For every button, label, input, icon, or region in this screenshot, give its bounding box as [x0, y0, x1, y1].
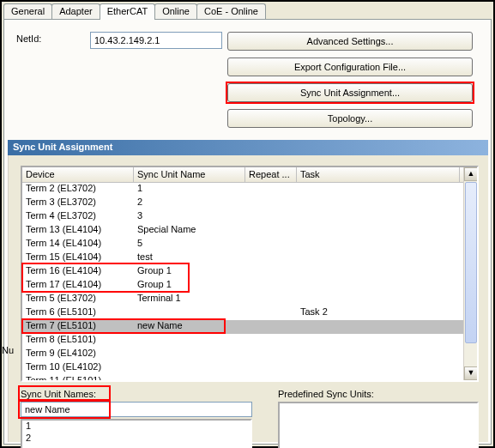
table-row[interactable]: Term 4 (EL3702)3 [22, 210, 477, 224]
sync-unit-name-input[interactable] [21, 402, 252, 417]
table-cell [134, 306, 245, 320]
tab-coe-online[interactable]: CoE - Online [196, 3, 266, 19]
table-cell [245, 306, 297, 320]
table-cell: Term 10 (EL4102) [22, 361, 134, 375]
table-cell [297, 361, 460, 375]
column-header[interactable]: Sync Unit Name [134, 167, 245, 182]
table-row[interactable]: Term 11 (EL5101) [22, 375, 477, 382]
topology-button[interactable]: Topology... [227, 109, 473, 128]
table-cell [297, 238, 460, 251]
sync-unit-assignment-button[interactable]: Sync Unit Assignment... [227, 83, 473, 102]
table-cell: Term 3 (EL3702) [22, 197, 134, 210]
table-row[interactable]: Term 8 (EL5101) [22, 334, 477, 348]
table-cell [245, 279, 297, 293]
table-cell: Term 13 (EL4104) [22, 224, 134, 238]
table-row[interactable]: Term 6 (EL5101)Task 2 [22, 306, 477, 320]
scroll-up-button[interactable]: ▲ [464, 167, 478, 181]
table-cell: Special Name [134, 224, 245, 238]
advanced-settings-button[interactable]: Advanced Settings... [227, 32, 473, 51]
table-cell: Term 7 (EL5101) [22, 320, 134, 334]
column-header[interactable]: Repeat ... [245, 167, 297, 182]
table-cell [297, 348, 460, 361]
table-cell: Term 8 (EL5101) [22, 334, 134, 348]
table-cell: new Name [134, 320, 245, 334]
table-cell: Term 16 (EL4104) [22, 265, 134, 279]
list-item[interactable]: 2 [22, 433, 251, 445]
device-table[interactable]: DeviceSync Unit NameRepeat ...Task Term … [21, 166, 479, 382]
table-cell: Term 11 (EL5101) [22, 375, 134, 382]
table-cell [245, 183, 297, 197]
table-cell [245, 265, 297, 279]
table-cell [245, 348, 297, 361]
table-cell [297, 265, 460, 279]
table-cell [245, 238, 297, 251]
column-header[interactable]: Task [297, 167, 460, 182]
tab-online[interactable]: Online [154, 3, 197, 19]
sync-unit-names-list[interactable]: 12 [21, 419, 252, 448]
table-cell [297, 334, 460, 348]
table-row[interactable]: Term 5 (EL3702)Terminal 1 [22, 293, 477, 306]
table-cell [297, 320, 460, 334]
table-row[interactable]: Term 17 (EL4104)Group 1 [22, 279, 477, 293]
table-cell [297, 210, 460, 224]
table-cell [297, 183, 460, 197]
predefined-sync-units-label: Predefined Sync Units: [278, 389, 374, 399]
gutter-text: Nu [2, 345, 14, 355]
scroll-thumb[interactable] [465, 182, 477, 343]
table-row[interactable]: Term 10 (EL4102) [22, 361, 477, 375]
table-cell: Term 2 (EL3702) [22, 183, 134, 197]
table-cell [134, 334, 245, 348]
table-cell: Term 15 (EL4104) [22, 251, 134, 265]
table-row[interactable]: Term 13 (EL4104)Special Name [22, 224, 477, 238]
dialog-title: Sync Unit Assignment [8, 140, 488, 155]
table-cell: Term 6 (EL5101) [22, 306, 134, 320]
table-cell [245, 293, 297, 306]
scroll-down-button[interactable]: ▼ [464, 366, 478, 380]
table-cell: Task 2 [297, 306, 460, 320]
table-cell [245, 375, 297, 382]
table-row[interactable]: Term 2 (EL3702)1 [22, 183, 477, 197]
table-cell [134, 348, 245, 361]
table-row[interactable]: Term 15 (EL4104)test [22, 251, 477, 265]
table-row[interactable]: Term 7 (EL5101)new Name [22, 320, 477, 334]
vertical-scrollbar[interactable]: ▲ ▼ [463, 167, 477, 380]
tab-adapter[interactable]: Adapter [51, 3, 100, 19]
table-cell: test [134, 251, 245, 265]
list-item[interactable]: 1 [22, 421, 251, 433]
sync-unit-names-label: Sync Unit Names: [21, 389, 96, 399]
table-cell [297, 224, 460, 238]
netid-label: NetId: [16, 33, 41, 44]
table-cell: Terminal 1 [134, 293, 245, 306]
table-cell [134, 375, 245, 382]
netid-input[interactable] [90, 32, 222, 49]
export-config-button[interactable]: Export Configuration File... [227, 58, 473, 76]
column-header[interactable]: Device [22, 167, 134, 182]
table-cell: 1 [134, 183, 245, 197]
table-cell: Term 17 (EL4104) [22, 279, 134, 293]
table-cell [245, 320, 297, 334]
table-cell: Term 9 (EL4102) [22, 348, 134, 361]
table-cell [245, 224, 297, 238]
table-row[interactable]: Term 3 (EL3702)2 [22, 197, 477, 210]
table-row[interactable]: Term 16 (EL4104)Group 1 [22, 265, 477, 279]
table-cell: 2 [134, 197, 245, 210]
table-cell [297, 251, 460, 265]
table-cell [245, 251, 297, 265]
table-row[interactable]: Term 9 (EL4102) [22, 348, 477, 361]
predefined-sync-units-list[interactable] [278, 402, 479, 448]
table-cell: Term 5 (EL3702) [22, 293, 134, 306]
table-cell [245, 361, 297, 375]
table-row[interactable]: Term 14 (EL4104)5 [22, 238, 477, 251]
table-cell [245, 197, 297, 210]
table-cell [134, 361, 245, 375]
table-cell: Term 4 (EL3702) [22, 210, 134, 224]
table-cell [297, 279, 460, 293]
table-cell: 3 [134, 210, 245, 224]
tab-ethercat[interactable]: EtherCAT [100, 3, 155, 20]
table-cell: Group 1 [134, 265, 245, 279]
table-cell [297, 375, 460, 382]
table-cell: Group 1 [134, 279, 245, 293]
tab-general[interactable]: General [3, 3, 52, 19]
table-cell [245, 210, 297, 224]
table-cell [245, 334, 297, 348]
